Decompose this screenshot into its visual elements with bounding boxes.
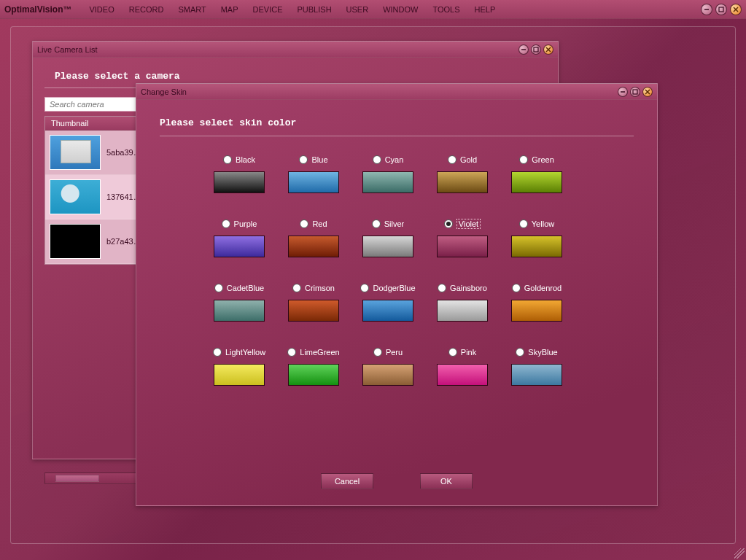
skin-option-label: SkyBlue <box>528 348 557 357</box>
change-skin-minimize-button[interactable] <box>618 87 628 97</box>
table-row[interactable]: 5aba39… <box>45 131 146 175</box>
skin-option-label: Peru <box>386 348 403 357</box>
menu-item-window[interactable]: WINDOW <box>376 3 425 16</box>
radio-goldenrod[interactable] <box>512 284 521 292</box>
radio-pink[interactable] <box>448 348 457 357</box>
skin-option-red[interactable]: Red <box>278 218 349 257</box>
menu-item-video[interactable]: VIDEO <box>82 3 121 16</box>
change-skin-close-button[interactable] <box>642 87 653 97</box>
skin-option-dodgerblue[interactable]: DodgerBlue <box>352 282 424 322</box>
swatch-pink[interactable] <box>437 364 488 386</box>
camera-list-minimize-button[interactable] <box>518 44 529 55</box>
swatch-silver[interactable] <box>362 236 413 257</box>
skin-option-silver[interactable]: Silver <box>352 218 424 257</box>
maximize-button[interactable] <box>715 4 727 15</box>
camera-thumbnail <box>50 179 101 214</box>
menu-item-user[interactable]: USER <box>339 3 376 16</box>
camera-list-maximize-button[interactable] <box>531 44 541 55</box>
table-row[interactable]: 137641… <box>45 175 146 219</box>
swatch-cyan[interactable] <box>362 171 413 193</box>
menu-item-record[interactable]: RECORD <box>122 3 171 16</box>
swatch-cadetblue[interactable] <box>214 300 265 322</box>
camera-thumbnail <box>50 135 101 170</box>
swatch-yellow[interactable] <box>511 236 562 257</box>
cancel-button[interactable]: Cancel <box>321 473 373 489</box>
radio-crimson[interactable] <box>292 284 301 292</box>
menu-item-device[interactable]: DEVICE <box>246 3 290 16</box>
skin-option-label: Gold <box>460 155 477 164</box>
radio-lightyellow[interactable] <box>213 348 222 357</box>
radio-yellow[interactable] <box>519 219 528 228</box>
radio-gainsboro[interactable] <box>438 284 446 292</box>
menu-item-help[interactable]: HELP <box>467 3 503 16</box>
swatch-lightyellow[interactable] <box>214 364 265 386</box>
skin-option-gold[interactable]: Gold <box>427 154 498 193</box>
swatch-gold[interactable] <box>437 171 488 193</box>
swatch-goldenrod[interactable] <box>511 300 562 322</box>
change-skin-maximize-button[interactable] <box>630 87 640 97</box>
skin-option-blue[interactable]: Blue <box>278 154 349 193</box>
radio-green[interactable] <box>519 155 528 164</box>
camera-table-header[interactable]: Thumbnail <box>45 117 146 131</box>
menu-item-tools[interactable]: TOOLS <box>425 3 467 16</box>
radio-cadetblue[interactable] <box>214 284 223 292</box>
skin-option-cyan[interactable]: Cyan <box>352 154 424 193</box>
search-input[interactable] <box>44 97 147 112</box>
swatch-dodgerblue[interactable] <box>362 300 413 322</box>
radio-violet[interactable] <box>444 219 453 228</box>
table-row[interactable]: b27a43… <box>45 219 146 264</box>
menu-item-publish[interactable]: PUBLISH <box>290 3 339 16</box>
skin-option-purple[interactable]: Purple <box>203 218 275 257</box>
swatch-limegreen[interactable] <box>288 364 339 386</box>
skin-option-label: CadetBlue <box>227 284 264 292</box>
skin-option-lightyellow[interactable]: LightYellow <box>203 346 275 386</box>
skin-option-gainsboro[interactable]: Gainsboro <box>427 282 498 322</box>
skin-option-violet[interactable]: Violet <box>427 218 498 257</box>
swatch-green[interactable] <box>511 171 562 193</box>
camera-list-close-button[interactable] <box>543 44 553 55</box>
skin-option-limegreen[interactable]: LimeGreen <box>278 346 349 386</box>
radio-peru[interactable] <box>373 348 382 357</box>
skin-option-pink[interactable]: Pink <box>427 346 498 386</box>
radio-blue[interactable] <box>299 155 308 164</box>
skin-option-green[interactable]: Green <box>501 154 572 193</box>
skin-option-skyblue[interactable]: SkyBlue <box>501 346 572 386</box>
minimize-button[interactable] <box>701 4 712 15</box>
close-button[interactable] <box>730 4 742 15</box>
radio-dodgerblue[interactable] <box>360 284 369 292</box>
swatch-black[interactable] <box>214 171 265 193</box>
swatch-red[interactable] <box>288 236 339 257</box>
swatch-blue[interactable] <box>288 171 339 193</box>
radio-purple[interactable] <box>222 219 230 228</box>
menu-item-map[interactable]: MAP <box>214 3 246 16</box>
skin-option-crimson[interactable]: Crimson <box>278 282 349 322</box>
radio-skyblue[interactable] <box>516 348 524 357</box>
skin-option-label: Cyan <box>385 155 404 164</box>
radio-black[interactable] <box>223 155 232 164</box>
skin-option-peru[interactable]: Peru <box>352 346 424 386</box>
radio-red[interactable] <box>300 219 308 228</box>
change-skin-titlebar[interactable]: Change Skin <box>136 84 657 100</box>
swatch-gainsboro[interactable] <box>437 300 488 322</box>
skin-option-black[interactable]: Black <box>203 154 275 193</box>
radio-limegreen[interactable] <box>287 348 296 357</box>
skin-option-goldenrod[interactable]: Goldenrod <box>501 282 572 322</box>
camera-thumbnail <box>50 224 101 259</box>
radio-gold[interactable] <box>448 155 456 164</box>
skin-option-label: Red <box>312 219 327 228</box>
radio-silver[interactable] <box>372 219 381 228</box>
ok-button[interactable]: OK <box>420 473 473 489</box>
scrollbar-thumb[interactable] <box>55 475 99 482</box>
camera-list-titlebar[interactable]: Live Camera List <box>33 42 558 58</box>
swatch-crimson[interactable] <box>288 300 339 322</box>
swatch-violet[interactable] <box>437 236 488 257</box>
swatch-skyblue[interactable] <box>511 364 562 386</box>
resize-grip-icon[interactable] <box>734 548 745 559</box>
skin-option-cadetblue[interactable]: CadetBlue <box>203 282 275 322</box>
camera-table: Thumbnail 5aba39…137641…b27a43… <box>44 116 147 265</box>
swatch-purple[interactable] <box>214 236 265 257</box>
radio-cyan[interactable] <box>373 155 381 164</box>
menu-item-smart[interactable]: SMART <box>171 3 213 16</box>
swatch-peru[interactable] <box>362 364 413 386</box>
skin-option-yellow[interactable]: Yellow <box>501 218 572 257</box>
